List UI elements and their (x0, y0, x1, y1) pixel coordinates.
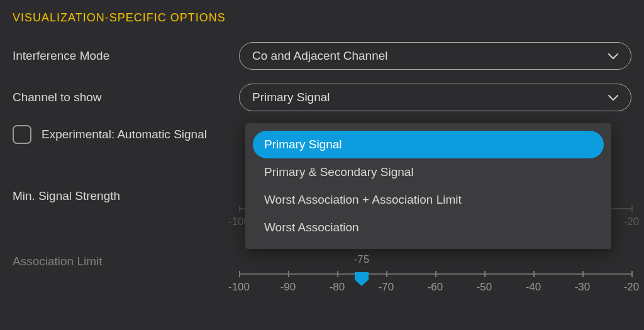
slider-tick-label: -80 (330, 281, 345, 294)
section-title: VISUALIZATION-SPECIFIC OPTIONS (13, 11, 631, 25)
slider-association-limit[interactable]: -75-100-90-80-70-60-50-40-30-20 (239, 253, 631, 294)
slider-tick-label: -20 (624, 216, 640, 228)
checkbox-experimental[interactable] (13, 125, 31, 144)
label-association-limit: Association Limit (13, 253, 239, 268)
dropdown-item[interactable]: Worst Association (253, 214, 604, 241)
slider-tick-label: -100 (228, 281, 250, 294)
chevron-down-icon (608, 49, 618, 63)
label-min-signal-strength: Min. Signal Strength (13, 188, 239, 203)
slider-value: -75 (354, 253, 370, 266)
dropdown-item[interactable]: Primary & Secondary Signal (253, 158, 604, 186)
chevron-down-icon (608, 91, 618, 104)
select-interference-mode[interactable]: Co and Adjacent Channel (239, 42, 631, 70)
select-channel-to-show[interactable]: Primary Signal (239, 84, 631, 111)
row-channel-to-show: Channel to show Primary Signal (13, 84, 631, 111)
slider-tick-label: -60 (428, 281, 443, 294)
dropdown-item[interactable]: Primary Signal (253, 131, 604, 158)
slider-tick-label: -40 (526, 281, 541, 294)
select-channel-to-show-value: Primary Signal (252, 91, 330, 104)
label-interference-mode: Interference Mode (13, 49, 239, 63)
slider-tick-label: -90 (280, 281, 296, 294)
row-association-limit: Association Limit -75-100-90-80-70-60-50… (13, 253, 631, 294)
slider-tick-label: -20 (624, 281, 640, 294)
dropdown-channel-to-show: Primary SignalPrimary & Secondary Signal… (245, 123, 611, 249)
select-interference-mode-value: Co and Adjacent Channel (252, 49, 388, 63)
label-channel-to-show: Channel to show (13, 91, 239, 104)
row-interference-mode: Interference Mode Co and Adjacent Channe… (13, 42, 631, 70)
label-experimental: Experimental: Automatic Signal (42, 128, 207, 141)
slider-track[interactable] (239, 273, 631, 275)
dropdown-item[interactable]: Worst Association + Association Limit (253, 186, 604, 214)
slider-tick-label: -30 (575, 281, 591, 294)
slider-tick-label: -70 (379, 281, 394, 294)
slider-tick-label: -50 (477, 281, 492, 294)
